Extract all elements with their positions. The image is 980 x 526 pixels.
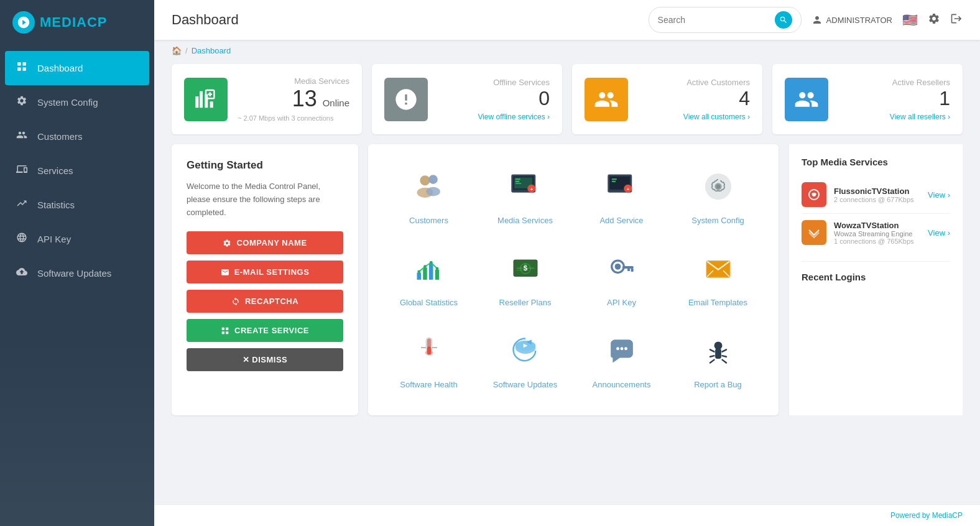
active-resellers-label: Active Resellers bbox=[838, 78, 950, 87]
flussonic-sub: 2 connections @ 677Kbps bbox=[834, 196, 920, 203]
sidebar-item-api-key[interactable]: API Key bbox=[0, 222, 154, 256]
sidebar-bg bbox=[0, 339, 154, 526]
ql-add-service-label: Add Service bbox=[599, 216, 643, 225]
ql-add-service-icon: + bbox=[606, 170, 638, 210]
offline-services-link[interactable]: View offline services › bbox=[438, 113, 550, 121]
svg-point-40 bbox=[429, 261, 432, 264]
svg-point-79 bbox=[812, 193, 816, 196]
svg-rect-27 bbox=[611, 178, 616, 180]
breadcrumb-separator: / bbox=[185, 46, 188, 55]
quick-links-grid: Customers bbox=[381, 157, 766, 403]
ql-media-services[interactable]: + Media Services bbox=[477, 157, 573, 239]
header-left: Dashboard bbox=[172, 12, 239, 28]
ql-software-updates[interactable]: Software Updates bbox=[477, 321, 573, 403]
ql-software-health-icon bbox=[413, 335, 445, 374]
logo-name: MEDIA bbox=[40, 14, 87, 30]
svg-text:$: $ bbox=[523, 264, 527, 272]
ql-software-health[interactable]: Software Health bbox=[381, 321, 477, 403]
email-icon bbox=[221, 268, 229, 277]
media-services-value: 13 Online bbox=[238, 86, 349, 112]
ql-report-bug[interactable]: Report a Bug bbox=[670, 321, 766, 403]
svg-point-38 bbox=[417, 270, 420, 273]
wowza-name: WowzaTVStation bbox=[834, 221, 920, 230]
media-services-info: Media Services 13 Online ~ 2.07 Mbps wit… bbox=[238, 76, 349, 122]
svg-rect-8 bbox=[226, 328, 228, 330]
ql-software-updates-label: Software Updates bbox=[493, 380, 557, 389]
svg-rect-60 bbox=[427, 339, 431, 348]
sidebar-label-statistics: Statistics bbox=[37, 200, 75, 210]
settings-icon[interactable] bbox=[928, 12, 940, 28]
search-button[interactable] bbox=[775, 11, 792, 29]
sidebar-item-statistics[interactable]: Statistics bbox=[0, 188, 154, 222]
svg-rect-71 bbox=[715, 349, 721, 359]
ql-system-config[interactable]: System Config bbox=[670, 157, 766, 239]
wowza-view[interactable]: View › bbox=[928, 228, 950, 238]
flussonic-view[interactable]: View › bbox=[928, 190, 950, 200]
logo-text: MEDIACP bbox=[40, 14, 107, 30]
search-bar bbox=[649, 7, 802, 33]
search-input[interactable] bbox=[658, 15, 770, 25]
svg-rect-35 bbox=[423, 267, 427, 280]
logout-icon[interactable] bbox=[950, 12, 963, 28]
company-name-label: COMPANY NAME bbox=[236, 238, 307, 247]
top-services-title: Top Media Services bbox=[802, 157, 950, 167]
sidebar-item-services[interactable]: Services bbox=[0, 154, 154, 188]
sidebar-item-customers[interactable]: Customers bbox=[0, 119, 154, 154]
stat-card-offline-services: Offline Services 0 View offline services… bbox=[372, 64, 562, 134]
sidebar-item-dashboard[interactable]: Dashboard bbox=[5, 51, 149, 85]
email-settings-button[interactable]: E-MAIL SETTINGS bbox=[187, 261, 343, 284]
page-title: Dashboard bbox=[172, 12, 239, 28]
active-customers-info: Active Customers 4 View all customers › bbox=[638, 78, 750, 121]
service-item-flussonic[interactable]: FlussonicTVStation 2 connections @ 677Kb… bbox=[802, 176, 950, 214]
stats-row: Media Services 13 Online ~ 2.07 Mbps wit… bbox=[172, 64, 963, 134]
svg-text:+: + bbox=[530, 187, 533, 192]
system-config-icon bbox=[15, 95, 29, 109]
svg-rect-21 bbox=[515, 183, 521, 184]
ql-report-bug-label: Report a Bug bbox=[694, 380, 742, 389]
active-customers-label: Active Customers bbox=[638, 78, 750, 87]
svg-rect-28 bbox=[611, 181, 616, 182]
email-settings-label: E-MAIL SETTINGS bbox=[234, 267, 310, 277]
dismiss-button[interactable]: ✕ DISMISS bbox=[187, 348, 343, 371]
ql-reseller-plans[interactable]: $ $ Reseller Plans bbox=[477, 239, 573, 321]
active-resellers-info: Active Resellers 1 View all resellers › bbox=[838, 78, 950, 121]
ql-customers[interactable]: Customers bbox=[381, 157, 477, 239]
breadcrumb-home[interactable]: 🏠 bbox=[172, 46, 182, 55]
top-media-services-section: Top Media Services FlussonicTVStation 2 … bbox=[802, 157, 950, 251]
flussonic-name: FlussonicTVStation bbox=[834, 187, 920, 196]
ql-api-key[interactable]: API Key bbox=[573, 239, 670, 321]
svg-rect-7 bbox=[222, 328, 224, 330]
create-service-button[interactable]: CREATE SERVICE bbox=[187, 319, 343, 342]
divider bbox=[802, 261, 950, 262]
ql-global-stats-icon bbox=[413, 252, 445, 292]
company-name-button[interactable]: COMPANY NAME bbox=[187, 231, 343, 254]
stat-card-active-resellers: Active Resellers 1 View all resellers › bbox=[772, 64, 963, 134]
active-resellers-link[interactable]: View all resellers › bbox=[838, 113, 950, 121]
ql-global-statistics[interactable]: Global Statistics bbox=[381, 239, 477, 321]
svg-rect-9 bbox=[222, 331, 224, 334]
ql-add-service[interactable]: + Add Service bbox=[573, 157, 670, 239]
sidebar-item-system-config[interactable]: System Config bbox=[0, 85, 154, 119]
sidebar-label-customers: Customers bbox=[37, 131, 83, 142]
active-customers-link[interactable]: View all customers › bbox=[638, 113, 750, 121]
svg-point-11 bbox=[420, 175, 430, 185]
recaptcha-button[interactable]: RECAPTCHA bbox=[187, 290, 343, 313]
ql-announcements[interactable]: Announcements bbox=[573, 321, 670, 403]
getting-started-title: Getting Started bbox=[187, 159, 343, 172]
svg-rect-0 bbox=[17, 62, 21, 65]
svg-rect-2 bbox=[17, 68, 21, 71]
wowza-info: WowzaTVStation Wowza Streaming Engine 1 … bbox=[834, 221, 920, 245]
svg-rect-34 bbox=[417, 273, 421, 280]
breadcrumb: 🏠 / Dashboard bbox=[154, 40, 980, 55]
api-key-icon bbox=[15, 232, 29, 246]
getting-started-description: Welcome to the Media Control Panel, plea… bbox=[187, 180, 343, 219]
wowza-icon bbox=[802, 220, 826, 245]
admin-label: ADMINISTRATOR bbox=[826, 16, 892, 25]
service-item-wowza[interactable]: WowzaTVStation Wowza Streaming Engine 1 … bbox=[802, 214, 950, 251]
sidebar-item-software-updates[interactable]: Software Updates bbox=[0, 256, 154, 290]
breadcrumb-current: Dashboard bbox=[192, 46, 231, 55]
ql-email-templates[interactable]: Email Templates bbox=[670, 239, 766, 321]
getting-started-panel: Getting Started Welcome to the Media Con… bbox=[172, 144, 358, 415]
ql-customers-icon bbox=[413, 170, 445, 210]
ql-system-config-icon bbox=[702, 170, 734, 210]
